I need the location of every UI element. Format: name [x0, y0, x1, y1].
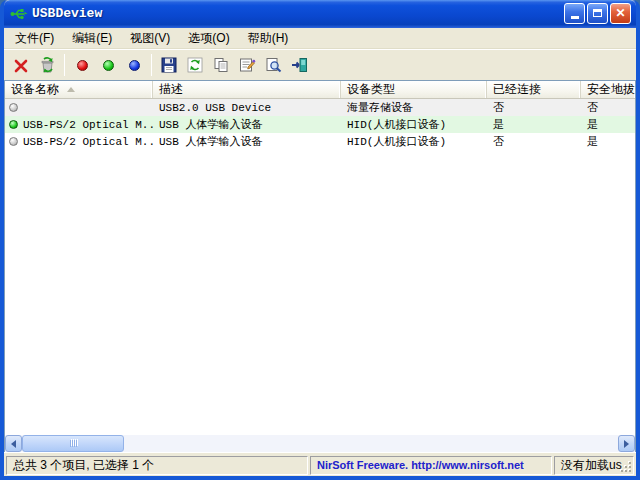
table-row[interactable]: USB-PS/2 Optical M... USB 人体学输入设备 HID(人机…	[5, 133, 635, 150]
resize-grip[interactable]	[620, 461, 632, 473]
column-header-safe-remove[interactable]: 安全地拔	[581, 81, 635, 98]
copy-icon	[213, 57, 229, 73]
uninstall-button[interactable]	[35, 53, 59, 77]
scrollbar-thumb[interactable]	[22, 435, 124, 452]
minimize-icon	[571, 16, 579, 19]
scroll-left-button[interactable]	[5, 435, 22, 452]
maximize-button[interactable]	[587, 3, 608, 24]
save-floppy-icon	[161, 57, 177, 73]
device-name: USB-PS/2 Optical M...	[23, 136, 153, 148]
device-safe-remove: 是	[581, 117, 635, 132]
device-description: USB 人体学输入设备	[153, 117, 341, 132]
toolbar-separator	[151, 54, 152, 76]
device-safe-remove: 是	[581, 134, 635, 149]
menu-view[interactable]: 视图(V)	[121, 28, 179, 49]
device-type: 海量存储设备	[341, 100, 487, 115]
copy-button[interactable]	[209, 53, 233, 77]
device-connected: 是	[487, 117, 581, 132]
device-connected: 否	[487, 134, 581, 149]
close-icon: ✕	[615, 7, 625, 19]
sort-ascending-icon	[67, 87, 75, 92]
refresh-button[interactable]	[183, 53, 207, 77]
statusbar: 总共 3 个项目, 已选择 1 个 NirSoft Freeware. http…	[4, 452, 636, 476]
exit-door-icon	[291, 57, 308, 73]
horizontal-scrollbar	[4, 435, 636, 452]
chevron-left-icon	[11, 440, 16, 448]
device-description: USB 人体学输入设备	[153, 134, 341, 149]
scrollbar-track[interactable]	[124, 435, 618, 452]
device-description: USB2.0 USB Device	[153, 102, 341, 114]
list-header: 设备名称 描述 设备类型 已经连接 安全地拔	[5, 81, 635, 99]
device-list: 设备名称 描述 设备类型 已经连接 安全地拔 USB2.0 USB Device…	[4, 80, 636, 435]
gray-ball-icon	[9, 137, 18, 146]
list-empty-area	[5, 150, 635, 435]
toolbar	[4, 49, 636, 80]
red-dot-button[interactable]	[70, 53, 94, 77]
blue-ball-icon	[129, 60, 140, 71]
maximize-icon	[593, 9, 602, 17]
menu-file[interactable]: 文件(F)	[6, 28, 63, 49]
green-ball-icon	[9, 120, 18, 129]
status-usbids: 没有加载us	[554, 456, 634, 475]
minimize-button[interactable]	[564, 3, 585, 24]
scroll-right-button[interactable]	[618, 435, 635, 452]
toolbar-separator	[64, 54, 65, 76]
close-button[interactable]: ✕	[610, 3, 631, 24]
status-item-count: 总共 3 个项目, 已选择 1 个	[6, 456, 308, 475]
column-header-device-type[interactable]: 设备类型	[341, 81, 487, 98]
menubar: 文件(F) 编辑(E) 视图(V) 选项(O) 帮助(H)	[4, 28, 636, 49]
gray-ball-icon	[9, 103, 18, 112]
delete-button[interactable]	[9, 53, 33, 77]
device-connected: 否	[487, 100, 581, 115]
window-title: USBDeview	[32, 6, 564, 21]
usbdeview-window: USBDeview ✕ 文件(F) 编辑(E) 视图(V) 选项(O) 帮助(H…	[0, 0, 640, 480]
find-icon	[265, 57, 282, 73]
menu-help[interactable]: 帮助(H)	[239, 28, 298, 49]
find-button[interactable]	[261, 53, 285, 77]
green-ball-icon	[103, 60, 114, 71]
device-safe-remove: 否	[581, 100, 635, 115]
column-header-description[interactable]: 描述	[153, 81, 341, 98]
chevron-right-icon	[624, 440, 629, 448]
nirsoft-link[interactable]: NirSoft Freeware. http://www.nirsoft.net	[310, 456, 552, 475]
device-name: USB-PS/2 Optical M...	[23, 119, 153, 131]
uninstall-trash-recycle-icon	[39, 57, 56, 74]
properties-button[interactable]	[235, 53, 259, 77]
titlebar: USBDeview ✕	[4, 0, 636, 28]
column-header-device-name[interactable]: 设备名称	[5, 81, 153, 98]
column-header-connected[interactable]: 已经连接	[487, 81, 581, 98]
device-type: HID(人机接口设备)	[341, 117, 487, 132]
menu-edit[interactable]: 编辑(E)	[63, 28, 121, 49]
menu-options[interactable]: 选项(O)	[179, 28, 238, 49]
green-dot-button[interactable]	[96, 53, 120, 77]
exit-button[interactable]	[287, 53, 311, 77]
save-button[interactable]	[157, 53, 181, 77]
properties-icon	[239, 57, 256, 73]
usb-icon	[10, 5, 28, 21]
red-ball-icon	[77, 60, 88, 71]
table-row[interactable]: USB-PS/2 Optical M... USB 人体学输入设备 HID(人机…	[5, 116, 635, 133]
device-type: HID(人机接口设备)	[341, 134, 487, 149]
table-row[interactable]: USB2.0 USB Device 海量存储设备 否 否	[5, 99, 635, 116]
delete-red-x-icon	[14, 58, 29, 73]
refresh-icon	[187, 57, 203, 73]
blue-dot-button[interactable]	[122, 53, 146, 77]
